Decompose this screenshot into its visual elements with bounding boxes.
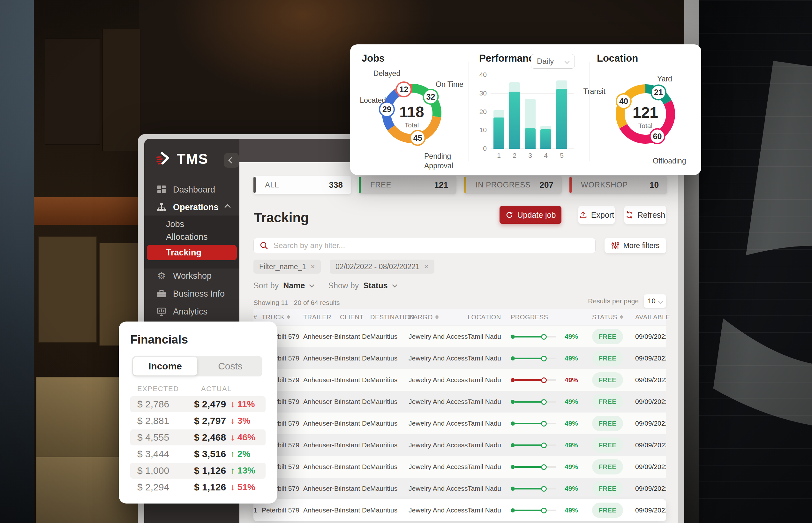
analytics-icon bbox=[156, 307, 167, 317]
table-row[interactable]: Peterbilt 579Anheuser-Bus...Instant Deli… bbox=[254, 326, 666, 347]
progress-bar: 49% bbox=[511, 485, 590, 492]
chevron-down-icon bbox=[309, 283, 314, 288]
svg-text:60: 60 bbox=[653, 132, 662, 141]
update-icon bbox=[505, 211, 514, 219]
status-badge: FREE bbox=[592, 394, 623, 409]
financials-row: $ 2,881 $ 2,797 ↓ 3% bbox=[130, 413, 265, 429]
sidebar-item-analytics[interactable]: Analytics bbox=[144, 304, 239, 319]
screenshot-stage: 5 bbox=[0, 0, 812, 523]
operations-icon bbox=[156, 202, 167, 212]
table-body: Peterbilt 579Anheuser-Bus...Instant Deli… bbox=[254, 326, 666, 523]
app-title: TMS bbox=[177, 151, 208, 167]
status-badge: FREE bbox=[592, 459, 623, 474]
financials-rows: $ 2,786 $ 2,479 ↓ 11%$ 2,881 $ 2,797 ↓ 3… bbox=[130, 396, 265, 496]
page-title: Tracking bbox=[254, 210, 309, 226]
chevron-down-icon bbox=[565, 59, 570, 64]
more-filters-button[interactable]: More filters bbox=[605, 238, 666, 253]
main-area: ALL 338 FREE 121 IN PROGRESS 207 WORKSHO… bbox=[239, 139, 678, 523]
chevron-down-icon bbox=[658, 299, 663, 304]
per-page-select[interactable]: 10 bbox=[644, 294, 666, 308]
table-row[interactable]: Peterbilt 579Anheuser-Bus...Instant Deli… bbox=[254, 413, 666, 434]
show-by-control[interactable]: Show by Status bbox=[328, 281, 396, 290]
sidebar-item-workshop[interactable]: ⚙ Workshop bbox=[144, 269, 239, 283]
location-donut-chart: 216040121Total bbox=[602, 71, 688, 157]
svg-text:40: 40 bbox=[619, 97, 628, 106]
chip-remove-icon[interactable]: × bbox=[311, 262, 315, 271]
table-row[interactable]: Peterbilt 579Anheuser-Bus...Instant Deli… bbox=[254, 369, 666, 391]
search-input[interactable] bbox=[273, 241, 590, 250]
svg-text:32: 32 bbox=[426, 92, 436, 101]
column-header-status[interactable]: STATUS bbox=[592, 313, 635, 321]
table-row[interactable]: Peterbilt 579Anheuser-Bus...Instant Deli… bbox=[254, 434, 666, 456]
status-badge: FREE bbox=[592, 503, 623, 518]
sidebar-item-operations[interactable]: Operations bbox=[144, 200, 239, 215]
sidebar-subitem-allocations[interactable]: Allocations bbox=[166, 232, 208, 242]
table-row[interactable]: Peterbilt 579Anheuser-Bus...Instant Deli… bbox=[254, 521, 666, 523]
update-job-button[interactable]: Update job bbox=[499, 206, 561, 224]
table-row[interactable]: Peterbilt 579Anheuser-Bus...Instant Deli… bbox=[254, 347, 666, 369]
financials-card: Financials Income Costs EXPECTED ACTUAL … bbox=[119, 322, 277, 504]
results-count: Showing 11 - 20 of 64 results bbox=[254, 299, 339, 307]
table-row[interactable]: Peterbilt 579Anheuser-Bus...Instant Deli… bbox=[254, 456, 666, 477]
sort-by-control[interactable]: Sort by Name bbox=[254, 281, 313, 290]
column-header-truck[interactable]: TRUCK bbox=[262, 313, 303, 321]
filter-chips: Filter_name_1×02/02/2022 - 08/02/20221× bbox=[254, 259, 435, 274]
jobs-label-pending-approval: Pending Approval bbox=[424, 152, 472, 171]
table-row[interactable]: 1Peterbilt 579Anheuser-Bus...Instant Del… bbox=[254, 499, 666, 521]
status-tab-workshop[interactable]: WORKSHOP 10 bbox=[569, 176, 667, 194]
sidebar-collapse-button[interactable] bbox=[224, 153, 239, 168]
table-row[interactable]: Peterbilt 579Anheuser-Bus...Instant Deli… bbox=[254, 391, 666, 413]
table-header: #TRUCKTRAILERCLIENTDESTINATIONCARGOLOCAT… bbox=[254, 309, 666, 325]
tms-logo: TMS bbox=[156, 151, 208, 167]
status-tab-free[interactable]: FREE 121 bbox=[359, 176, 457, 194]
export-icon bbox=[579, 211, 587, 219]
status-badge: FREE bbox=[592, 437, 623, 453]
column-header-cargo[interactable]: CARGO bbox=[409, 313, 467, 321]
operations-submenu: Jobs Allocations Tracking bbox=[144, 216, 239, 269]
filter-chip[interactable]: 02/02/2022 - 08/02/20221× bbox=[330, 259, 434, 274]
progress-bar: 49% bbox=[511, 506, 590, 514]
jobs-label-on-time: On Time bbox=[436, 80, 471, 89]
tab-income[interactable]: Income bbox=[133, 357, 197, 376]
status-tab-in-progress[interactable]: IN PROGRESS 207 bbox=[464, 176, 562, 194]
column-header-trailer: TRAILER bbox=[303, 313, 340, 321]
performance-period-select[interactable]: Daily bbox=[531, 54, 575, 69]
sort-icon bbox=[436, 315, 439, 319]
status-tab-all[interactable]: ALL 338 bbox=[254, 176, 351, 194]
table-row[interactable]: Peterbilt 579Anheuser-Bus...Instant Deli… bbox=[254, 477, 666, 499]
column-header-destination: DESTINATION bbox=[370, 313, 409, 321]
financials-title: Financials bbox=[130, 333, 188, 346]
sidebar-subitem-jobs[interactable]: Jobs bbox=[166, 219, 184, 229]
column-header-available: AVAILABLE bbox=[635, 313, 666, 321]
location-label-transit: Transit bbox=[574, 87, 606, 96]
sidebar-item-label: Analytics bbox=[173, 307, 207, 317]
refresh-button[interactable]: Refresh bbox=[624, 206, 666, 224]
sidebar-item-dashboard[interactable]: Dashboard bbox=[144, 182, 239, 197]
column-header-location: LOCATION bbox=[467, 313, 511, 321]
tms-logo-icon bbox=[156, 152, 172, 166]
svg-text:Total: Total bbox=[639, 122, 652, 129]
svg-text:21: 21 bbox=[654, 88, 663, 97]
sidebar-item-business-info[interactable]: Business Info bbox=[144, 286, 239, 301]
svg-text:Total: Total bbox=[405, 121, 419, 129]
location-card-title: Location bbox=[597, 53, 638, 64]
progress-bar: 49% bbox=[511, 463, 590, 471]
status-tabs: ALL 338 FREE 121 IN PROGRESS 207 WORKSHO… bbox=[254, 176, 667, 194]
status-badge: FREE bbox=[592, 372, 623, 387]
column-header-num: # bbox=[254, 313, 262, 321]
financials-row: $ 1,000 $ 1,126 ↑ 13% bbox=[130, 463, 265, 479]
search-bar[interactable] bbox=[254, 238, 596, 253]
financials-row: $ 3,444 $ 3,516 ↑ 2% bbox=[130, 446, 265, 462]
filter-chip[interactable]: Filter_name_1× bbox=[254, 259, 321, 274]
financials-column-headers: EXPECTED ACTUAL bbox=[137, 385, 265, 393]
svg-text:121: 121 bbox=[633, 104, 658, 121]
filters-icon bbox=[611, 241, 620, 250]
sidebar-item-label: Workshop bbox=[173, 271, 211, 281]
progress-bar: 49% bbox=[511, 376, 590, 384]
tab-costs[interactable]: Costs bbox=[198, 356, 262, 376]
chip-remove-icon[interactable]: × bbox=[424, 262, 429, 271]
sidebar-subitem-tracking-active[interactable]: Tracking bbox=[147, 245, 237, 260]
export-button[interactable]: Export bbox=[578, 206, 615, 224]
chevron-up-icon bbox=[224, 204, 231, 211]
status-badge: FREE bbox=[592, 481, 623, 496]
